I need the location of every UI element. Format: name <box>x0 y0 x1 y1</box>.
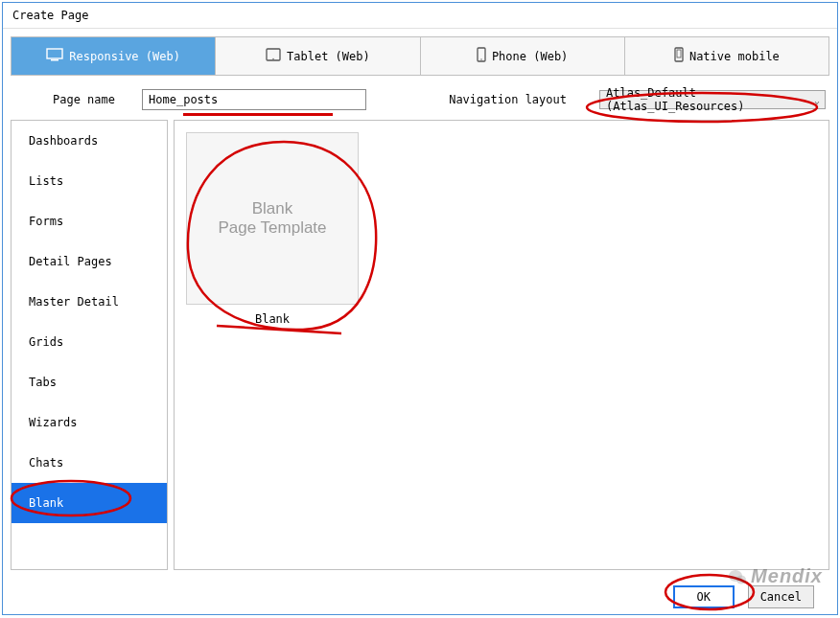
sidebar-item-label: Blank <box>29 496 63 510</box>
svg-rect-7 <box>677 50 681 57</box>
device-tabs: Responsive (Web) Tablet (Web) Phone (Web… <box>11 36 829 76</box>
dialog-title: Create Page <box>3 3 837 29</box>
phone-icon <box>477 47 486 65</box>
monitor-icon <box>46 48 63 64</box>
svg-rect-1 <box>51 59 58 61</box>
nav-layout-value: Atlas_Default (Atlas_UI_Resources) <box>606 86 804 113</box>
sidebar-item-label: Dashboards <box>29 134 98 148</box>
tab-label: Phone (Web) <box>492 50 568 63</box>
nav-layout-select[interactable]: Atlas_Default (Atlas_UI_Resources) ⌄ <box>599 90 826 109</box>
page-name-input[interactable] <box>142 89 366 110</box>
tab-tablet-web[interactable]: Tablet (Web) <box>216 37 420 75</box>
sidebar-item-chats[interactable]: Chats <box>12 443 167 483</box>
native-mobile-icon <box>674 47 684 65</box>
page-name-label: Page name <box>53 93 115 106</box>
tab-label: Native mobile <box>689 50 780 63</box>
tab-responsive-web[interactable]: Responsive (Web) <box>12 37 216 75</box>
template-preview-line1: Blank <box>252 199 293 218</box>
dialog-footer: OK Cancel <box>3 578 837 614</box>
sidebar-item-lists[interactable]: Lists <box>12 161 167 201</box>
main-panel: Dashboards Lists Forms Detail Pages Mast… <box>11 120 829 570</box>
sidebar-item-detail-pages[interactable]: Detail Pages <box>12 241 167 282</box>
template-card-blank: Blank Page Template Blank <box>186 132 359 326</box>
sidebar-item-wizards[interactable]: Wizards <box>12 402 167 443</box>
svg-point-5 <box>480 58 481 59</box>
tab-native-mobile[interactable]: Native mobile <box>625 37 828 75</box>
templates-panel: Blank Page Template Blank <box>174 120 829 570</box>
template-label: Blank <box>255 312 290 326</box>
sidebar-item-dashboards[interactable]: Dashboards <box>12 121 167 161</box>
chevron-down-icon: ⌄ <box>814 95 820 105</box>
sidebar-item-master-detail[interactable]: Master Detail <box>12 282 167 322</box>
cancel-button[interactable]: Cancel <box>748 585 814 608</box>
svg-rect-0 <box>47 49 62 58</box>
create-page-dialog: Create Page Responsive (Web) Tablet (Web… <box>2 2 838 615</box>
ok-button[interactable]: OK <box>673 585 735 608</box>
tab-label: Tablet (Web) <box>287 50 370 63</box>
sidebar-item-label: Tabs <box>29 376 57 389</box>
sidebar-item-forms[interactable]: Forms <box>12 201 167 241</box>
nav-layout-label: Navigation layout <box>449 93 567 106</box>
sidebar-item-label: Grids <box>29 335 63 349</box>
sidebar-item-blank[interactable]: Blank <box>12 483 167 523</box>
sidebar-item-tabs[interactable]: Tabs <box>12 362 167 402</box>
sidebar-item-label: Master Detail <box>29 295 119 309</box>
tablet-icon <box>266 48 281 64</box>
sidebar-item-label: Detail Pages <box>29 255 112 268</box>
svg-point-3 <box>272 58 273 59</box>
sidebar-item-label: Forms <box>29 215 63 228</box>
sidebar-item-label: Lists <box>29 174 63 188</box>
tab-phone-web[interactable]: Phone (Web) <box>421 37 625 75</box>
template-preview-line2: Page Template <box>218 218 326 238</box>
template-preview[interactable]: Blank Page Template <box>186 132 359 305</box>
form-row: Page name Navigation layout Atlas_Defaul… <box>3 76 837 120</box>
tab-label: Responsive (Web) <box>69 50 180 63</box>
sidebar-item-label: Chats <box>29 456 63 469</box>
sidebar-item-label: Wizards <box>29 416 78 429</box>
category-sidebar: Dashboards Lists Forms Detail Pages Mast… <box>11 120 168 570</box>
sidebar-item-grids[interactable]: Grids <box>12 322 167 362</box>
